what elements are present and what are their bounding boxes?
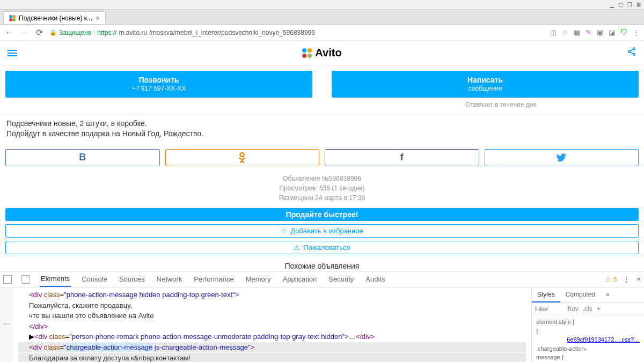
secure-label: Защищено bbox=[59, 29, 91, 36]
call-phone: +7 917 597-XX-XX bbox=[5, 85, 312, 93]
ext4-icon[interactable]: ◪ bbox=[609, 28, 615, 36]
computed-tab[interactable]: Computed bbox=[560, 287, 601, 302]
favicon-icon bbox=[9, 15, 16, 21]
styles-panel: Styles Computed » :hov .cls + element.st… bbox=[531, 287, 644, 362]
listing-meta: Объявление №596838996 Просмотров: 535 (1… bbox=[0, 172, 644, 205]
desc-line2: Подойдут в качестве подарка на Новый Год… bbox=[6, 129, 638, 139]
description: Подсвечники новые, 2 штуки, в коробке. П… bbox=[0, 114, 644, 144]
styles-tabs: Styles Computed » bbox=[532, 287, 644, 303]
hov-toggle[interactable]: :hov bbox=[566, 305, 579, 313]
sell-faster-button[interactable]: Продайте быстрее! bbox=[5, 208, 639, 221]
contact-buttons: Позвонить +7 917 597-XX-XX Написать сооб… bbox=[0, 65, 644, 103]
styles-tab[interactable]: Styles bbox=[532, 287, 560, 302]
share-icon[interactable] bbox=[627, 47, 636, 59]
brand-text: Avito bbox=[315, 47, 341, 59]
window-min-icon[interactable]: ▁ bbox=[610, 2, 614, 8]
window-max-icon[interactable]: ▢ bbox=[618, 2, 623, 8]
page-content: Avito Позвонить +7 917 597-XX-XX Написат… bbox=[0, 41, 644, 271]
tab-title: Подсвечники (новые) к... bbox=[19, 14, 92, 22]
desc-line1: Подсвечники новые, 2 штуки, в коробке. bbox=[6, 119, 638, 129]
reply-time-text: Отвечает в течение дня bbox=[109, 101, 644, 108]
url-protocol: https:// bbox=[97, 29, 116, 36]
styles-filter-row: :hov .cls + bbox=[532, 303, 644, 315]
add-rule-icon[interactable]: + bbox=[597, 305, 601, 313]
site-header: Avito bbox=[0, 41, 644, 65]
inspect-icon[interactable] bbox=[3, 275, 12, 284]
tab-close-icon[interactable]: × bbox=[96, 14, 100, 23]
window-restore-icon[interactable]: ❐ bbox=[627, 2, 632, 8]
share-fb-button[interactable]: f bbox=[325, 149, 479, 166]
avito-dots-icon bbox=[302, 48, 312, 58]
browser-tab-strip: Подсвечники (новые) к... × bbox=[0, 10, 644, 25]
address-bar: ← → ⟳ 🔒 Защищено | https://m.avito.ru/mo… bbox=[0, 25, 644, 41]
star-outline-icon: ☆ bbox=[281, 227, 287, 235]
share-tw-button[interactable] bbox=[485, 149, 639, 166]
views-count: Просмотров: 535 (1 сегодня) bbox=[0, 183, 644, 193]
svg-line-3 bbox=[630, 49, 633, 51]
msg-label: Написать bbox=[332, 75, 639, 85]
tab-audits[interactable]: Audits bbox=[364, 272, 386, 286]
url-path: /moskva/mebel_i_interer/podsvechniki_nov… bbox=[149, 29, 315, 36]
adblock-icon[interactable]: ⛉ bbox=[620, 28, 627, 36]
back-icon[interactable]: ← bbox=[4, 28, 14, 38]
source-link[interactable]: 6e89cf919134172….css?… bbox=[567, 335, 640, 344]
forward-icon[interactable]: → bbox=[19, 28, 29, 38]
devtools-menu-icon[interactable]: ⋮ bbox=[623, 275, 630, 283]
ext2-icon[interactable]: ✎ bbox=[586, 28, 591, 36]
warning-icon: ⚠ bbox=[294, 243, 300, 252]
devtools-panel: Elements Console Sources Network Perform… bbox=[0, 271, 644, 362]
complain-label: Пожаловаться bbox=[303, 243, 350, 252]
tab-memory[interactable]: Memory bbox=[245, 272, 272, 286]
tab-performance[interactable]: Performance bbox=[193, 272, 235, 286]
menu-icon[interactable]: ⋮ bbox=[633, 28, 640, 36]
add-favorite-button[interactable]: ☆ Добавить в избранное bbox=[5, 224, 639, 238]
devtools-close-icon[interactable]: × bbox=[636, 275, 641, 283]
tab-console[interactable]: Console bbox=[80, 272, 108, 286]
styles-more-icon[interactable]: » bbox=[601, 287, 615, 302]
styles-filter-input[interactable] bbox=[535, 306, 562, 312]
warning-badge[interactable]: ⚠ 5 bbox=[605, 276, 617, 283]
cls-toggle[interactable]: .cls bbox=[583, 305, 592, 313]
qr-icon[interactable]: ◫ bbox=[550, 28, 557, 36]
url-host: m.avito.ru bbox=[119, 29, 147, 36]
devtools-gutter: ⋯ bbox=[0, 287, 13, 362]
menu-hamburger-icon[interactable] bbox=[8, 50, 17, 56]
tab-network[interactable]: Network bbox=[156, 272, 184, 286]
posted-date: Размещено 24 марта в 17:30 bbox=[0, 193, 644, 203]
tab-sources[interactable]: Sources bbox=[118, 272, 146, 286]
device-icon[interactable] bbox=[21, 275, 30, 284]
social-share-row: B f bbox=[0, 144, 644, 172]
window-close-icon[interactable]: ⊠ bbox=[636, 2, 641, 8]
tab-security[interactable]: Security bbox=[327, 272, 355, 286]
similar-title: Похожие объявления bbox=[0, 257, 644, 271]
devtools-tabs: Elements Console Sources Network Perform… bbox=[0, 271, 644, 287]
complain-button[interactable]: ⚠ Пожаловаться bbox=[5, 241, 639, 254]
url-field[interactable]: 🔒 Защищено | https://m.avito.ru/moskva/m… bbox=[49, 29, 545, 36]
devtools-body: ⋯ <div class="phone-action-message hidde… bbox=[0, 287, 644, 362]
elements-tree[interactable]: <div class="phone-action-message hidden … bbox=[13, 287, 531, 362]
star-icon[interactable]: ☆ bbox=[562, 28, 568, 36]
call-label: Позвонить bbox=[5, 75, 312, 85]
reload-icon[interactable]: ⟳ bbox=[34, 28, 44, 38]
message-button[interactable]: Написать сообщение bbox=[332, 71, 639, 98]
tab-elements[interactable]: Elements bbox=[40, 271, 71, 287]
tab-application[interactable]: Application bbox=[282, 272, 318, 286]
ext1-icon[interactable]: ▦ bbox=[574, 28, 580, 36]
avito-logo[interactable]: Avito bbox=[302, 47, 341, 59]
share-ok-button[interactable] bbox=[165, 149, 320, 166]
call-button[interactable]: Позвонить +7 917 597-XX-XX bbox=[5, 71, 312, 98]
window-titlebar: ▁ ▢ ❐ ⊠ bbox=[0, 0, 644, 10]
favorite-label: Добавить в избранное bbox=[290, 227, 363, 235]
styles-rules[interactable]: element.style { } 6e89cf919134172….css?…… bbox=[532, 315, 644, 362]
lock-icon: 🔒 bbox=[49, 29, 57, 36]
svg-line-4 bbox=[630, 52, 633, 54]
share-vk-button[interactable]: B bbox=[5, 149, 160, 166]
svg-point-5 bbox=[240, 153, 244, 157]
ext3-icon[interactable]: ▣ bbox=[597, 28, 603, 36]
browser-tab[interactable]: Подсвечники (новые) к... × bbox=[3, 11, 106, 24]
msg-sub: сообщение bbox=[332, 85, 639, 93]
address-bar-icons: ◫ ☆ ▦ ✎ ▣ ◪ ⛉ ⋮ bbox=[550, 28, 640, 36]
ad-number: Объявление №596838996 bbox=[0, 174, 644, 183]
